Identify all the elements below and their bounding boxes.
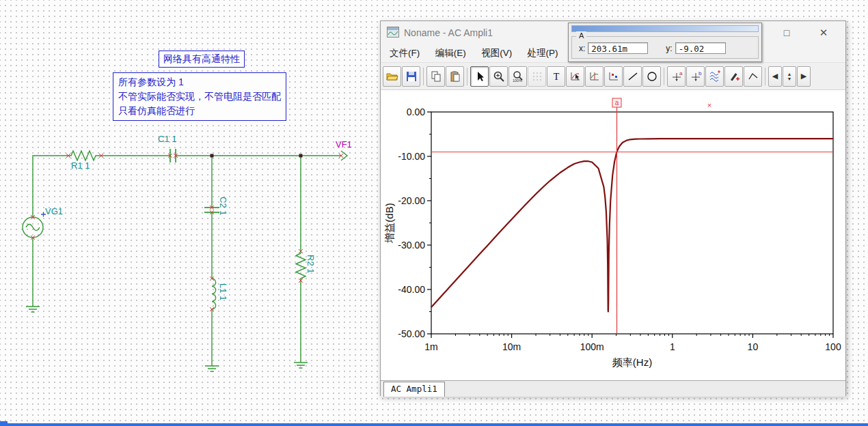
cursor-b-parked-marker[interactable]: × [707, 101, 711, 109]
note-title-box[interactable]: 网络具有高通特性 [159, 51, 245, 68]
tab-bar: AC Ampli1 [381, 380, 845, 397]
y-tick-label: 0.00 [407, 106, 425, 117]
cursor-panel-titlebar[interactable] [571, 25, 759, 32]
x-tick-label: 100 [825, 341, 841, 352]
y-tick-label: -40.00 [398, 284, 425, 295]
nav-right-button[interactable]: ▶ [797, 66, 811, 87]
cursor-a-button[interactable]: a [667, 66, 686, 87]
cursor-y-label: y: [666, 44, 672, 53]
x-tick-label: 100m [580, 341, 604, 352]
tab-ac-ampli1[interactable]: AC Ampli1 [383, 382, 445, 397]
note-line: 只看仿真能否进行 [118, 104, 281, 118]
text-tool-button[interactable]: T [547, 66, 565, 87]
pen-tool-button[interactable] [724, 66, 743, 87]
capacitor-c2[interactable] [204, 208, 219, 212]
x-tick-label: 10m [502, 341, 521, 352]
cursor-b-icon: b [690, 70, 702, 83]
menu-process[interactable]: 处理(P) [521, 44, 565, 62]
nav-left-button[interactable]: ◀ [768, 66, 782, 87]
app-icon [387, 27, 399, 38]
label-c1[interactable]: C1 1 [158, 134, 176, 144]
svg-text:100%: 100% [512, 79, 521, 83]
ellipse-tool-icon [646, 70, 658, 83]
paste-button[interactable] [446, 66, 464, 87]
corner-tool-button[interactable] [744, 66, 762, 87]
open-folder-icon [386, 70, 398, 83]
resistor-r2[interactable] [296, 251, 306, 281]
floppy-icon [405, 70, 418, 83]
note-line: 所有参数设为 1 [118, 75, 281, 89]
plot-frame [431, 112, 833, 334]
note-line: 不管实际能否实现，不管电阻是否匹配 [118, 89, 281, 104]
terminal-marks [31, 154, 343, 311]
save-button[interactable] [402, 66, 420, 87]
grid-toggle-button[interactable] [528, 66, 546, 87]
x-axis-title: 频率(Hz) [612, 356, 652, 368]
grid-icon [531, 70, 543, 83]
cursor-a-icon: a [670, 70, 683, 83]
capacitor-c1[interactable] [170, 149, 176, 162]
chart-cursor-tool-button[interactable] [566, 66, 584, 87]
y-tick-label: -50.00 [398, 328, 425, 339]
waves-tool-button[interactable] [705, 66, 724, 87]
nav-right-icon: ▶ [801, 72, 806, 80]
chart-legend-tool-button[interactable] [604, 66, 623, 87]
gain-curve [431, 139, 833, 311]
inductor-l1[interactable] [212, 279, 216, 309]
window-title: Noname - AC Ampli1 [404, 21, 493, 44]
svg-text:T: T [553, 72, 559, 82]
label-vf1[interactable]: VF1 [336, 139, 352, 150]
cursor-y-input[interactable]: -9.02 [675, 42, 726, 54]
zoom-in-button[interactable] [489, 66, 508, 87]
cursor-x-input[interactable]: 203.61m [588, 42, 648, 54]
menu-file[interactable]: 文件(F) [383, 44, 426, 62]
label-c2[interactable]: C2 1 [218, 197, 228, 215]
resistor-r1[interactable] [68, 151, 101, 160]
ground-l1[interactable] [205, 366, 219, 371]
ground-vg1[interactable] [26, 307, 40, 312]
menu-view[interactable]: 视图(V) [475, 44, 518, 62]
probe-vf1[interactable] [341, 151, 347, 160]
note-title-text: 网络具有高通特性 [163, 53, 240, 64]
wires[interactable] [33, 156, 341, 366]
zoom-100-icon: 100% [512, 70, 524, 83]
label-vg1[interactable]: VG1 [45, 206, 63, 216]
arrow-cursor-icon [474, 70, 486, 83]
select-cursor-button[interactable] [470, 66, 489, 87]
ellipse-tool-button[interactable] [642, 66, 661, 87]
x-tick-label: 1 [670, 341, 675, 352]
x-tick-label: 10 [748, 341, 759, 352]
cursor-value-panel[interactable]: A x: 203.61m y: -9.02 [568, 23, 762, 62]
label-l1[interactable]: L1 1 [218, 283, 228, 300]
close-button[interactable]: ✕ [813, 21, 835, 44]
zoom-in-icon [493, 70, 505, 83]
chart-cursor-icon [569, 70, 582, 83]
corner-tool-icon [747, 70, 759, 83]
note-body-box[interactable]: 所有参数设为 1 不管实际能否实现，不管电阻是否匹配 只看仿真能否进行 [113, 72, 286, 121]
cursor-panel-fieldset: A x: 203.61m y: -9.02 [571, 36, 759, 59]
label-r2[interactable]: R2 1 [306, 255, 316, 273]
cursor-b-button[interactable]: b [686, 66, 705, 87]
zoom-100-button[interactable]: 100% [508, 66, 527, 87]
nav-left-icon: ◀ [772, 72, 778, 80]
open-file-button[interactable] [383, 66, 401, 87]
copy-button[interactable] [426, 66, 445, 87]
y-tick-label: -30.00 [398, 240, 425, 251]
maximize-button[interactable]: □ [776, 21, 798, 44]
label-r1[interactable]: R1 1 [71, 160, 90, 171]
line-tool-button[interactable] [623, 66, 642, 87]
toolbar-separator [765, 68, 765, 85]
toolbar-separator [423, 68, 424, 85]
chart-mark-tool-button[interactable] [585, 66, 603, 87]
svg-text:b: b [699, 70, 702, 76]
menu-edit[interactable]: 编辑(E) [429, 44, 472, 62]
chart-mark-icon [588, 70, 601, 83]
y-axis-title: 增益(dB) [383, 203, 395, 243]
chart-area: 1m10m100m1101000.00-10.00-20.00-30.00-40… [381, 89, 845, 380]
source-vg1[interactable] [23, 217, 43, 238]
bottom-left-corner-chip [0, 421, 8, 426]
nav-spinner-button[interactable]: ▲▼ [783, 66, 796, 87]
ground-r2[interactable] [294, 363, 308, 368]
cursor-x-label: x: [579, 44, 585, 53]
toolbar-separator [467, 68, 467, 85]
